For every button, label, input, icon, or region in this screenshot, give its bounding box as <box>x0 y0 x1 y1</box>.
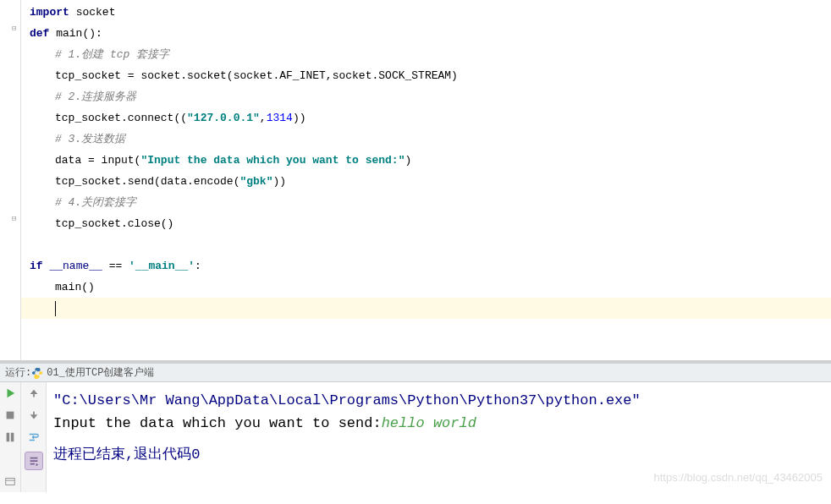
keyword: import <box>30 6 69 19</box>
run-toolbar-secondary <box>21 382 47 492</box>
fold-marker-icon[interactable]: ⊟ <box>12 24 16 33</box>
code-line[interactable]: # 3.发送数据 <box>30 129 831 150</box>
code-line[interactable]: # 4.关闭套接字 <box>30 192 831 213</box>
code-line[interactable]: # 2.连接服务器 <box>30 86 831 107</box>
svg-rect-3 <box>6 479 15 485</box>
watermark-text: https://blog.csdn.net/qq_43462005 <box>654 469 823 487</box>
code-pane[interactable]: import socket def main(): # 1.创建 tcp 套接字… <box>21 0 831 360</box>
rerun-button[interactable] <box>3 386 18 401</box>
code-editor[interactable]: ⊟ ⊟ import socket def main(): # 1.创建 tcp… <box>0 0 831 360</box>
layout-button[interactable] <box>3 474 18 489</box>
pause-button[interactable] <box>3 430 18 445</box>
code-line[interactable]: # 1.创建 tcp 套接字 <box>30 44 831 65</box>
console-path: "C:\Users\Mr Wang\AppData\Local\Programs… <box>53 392 641 408</box>
code-line[interactable]: import socket <box>30 2 831 23</box>
svg-rect-2 <box>11 433 14 442</box>
soft-wrap-button[interactable] <box>26 430 41 445</box>
code-line[interactable]: def main(): <box>30 23 831 44</box>
stop-button[interactable] <box>3 408 18 423</box>
code-line[interactable]: main() <box>30 277 831 298</box>
run-config-name: 01_使用TCP创建客户端 <box>47 365 154 380</box>
down-button[interactable] <box>26 408 41 423</box>
caret-line[interactable] <box>30 298 56 319</box>
fold-marker-icon[interactable]: ⊟ <box>12 214 16 223</box>
code-line[interactable]: data = input("Input the data which you w… <box>30 150 831 171</box>
code-line[interactable]: tcp_socket = socket.socket(socket.AF_INE… <box>30 65 831 86</box>
text-caret <box>55 301 56 316</box>
console-user-input: hello world <box>382 415 476 431</box>
run-panel-header[interactable]: 运行: 01_使用TCP创建客户端 <box>0 364 831 382</box>
keyword: def <box>30 27 49 40</box>
code-line[interactable]: if __name__ == '__main__': <box>30 255 831 277</box>
console-exit-message: 进程已结束,退出代码0 <box>53 446 200 463</box>
current-line-highlight <box>21 298 831 319</box>
run-toolbar-primary <box>0 382 21 492</box>
up-button[interactable] <box>26 386 41 401</box>
svg-rect-1 <box>7 433 10 442</box>
code-line[interactable]: tcp_socket.connect(("127.0.0.1",1314)) <box>30 107 831 129</box>
code-line[interactable]: tcp_socket.send(data.encode("gbk")) <box>30 171 831 192</box>
scroll-to-end-button[interactable] <box>25 452 43 470</box>
svg-rect-0 <box>7 412 14 419</box>
editor-gutter: ⊟ ⊟ <box>0 0 21 360</box>
code-line[interactable]: tcp_socket.close() <box>30 213 831 234</box>
code-line-blank[interactable] <box>30 234 831 255</box>
console-output[interactable]: "C:\Users\Mr Wang\AppData\Local\Programs… <box>47 382 831 492</box>
python-icon <box>31 367 43 379</box>
run-tab-label: 运行: <box>5 365 31 380</box>
console-prompt: Input the data which you want to send: <box>53 415 382 431</box>
run-panel: "C:\Users\Mr Wang\AppData\Local\Programs… <box>0 382 831 492</box>
